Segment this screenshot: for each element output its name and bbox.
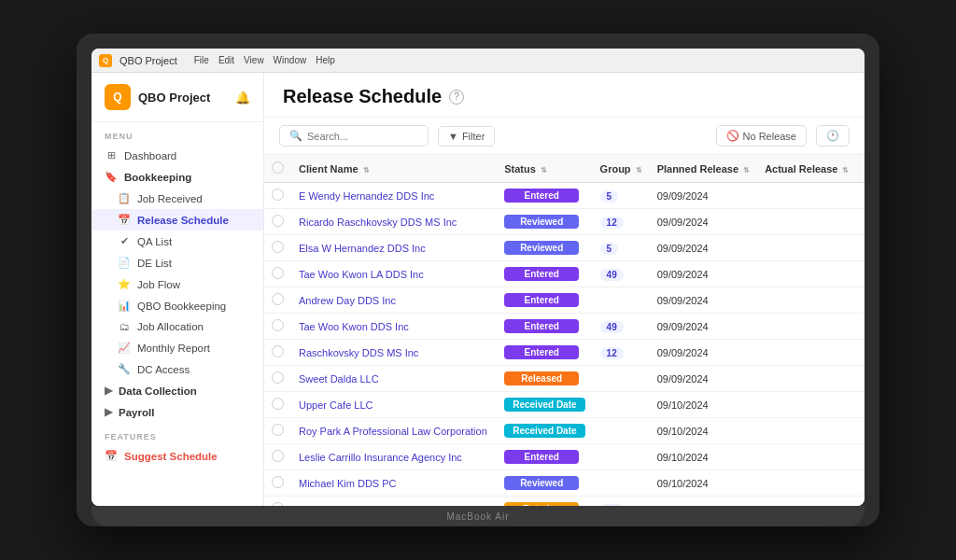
sidebar-item-job-received[interactable]: 📋 Job Received — [91, 188, 263, 209]
client-link[interactable]: Tae Woo Kwon DDS Inc — [299, 321, 409, 332]
cell-no-of-trans: 95 — [856, 183, 865, 209]
row-checkbox[interactable] — [272, 502, 284, 506]
menu-view[interactable]: View — [244, 55, 264, 65]
client-link[interactable]: Raschkovsky DDS MS Inc — [299, 347, 418, 358]
row-checkbox-cell[interactable] — [264, 392, 291, 418]
sidebar-label-dashboard: Dashboard — [124, 150, 176, 161]
row-checkbox-cell[interactable] — [264, 497, 291, 507]
sidebar-item-qa-list[interactable]: ✔ QA List — [91, 231, 263, 252]
client-link[interactable]: E Wendy Hernandez DDS Inc — [299, 190, 434, 202]
clock-button[interactable]: 🕐 — [816, 125, 850, 147]
cell-no-of-trans: 134 — [856, 444, 865, 470]
row-checkbox-cell[interactable] — [264, 235, 291, 261]
row-checkbox[interactable] — [272, 345, 284, 357]
menu-help[interactable]: Help — [316, 55, 335, 65]
sort-status-icon[interactable]: ⇅ — [541, 166, 547, 175]
row-checkbox[interactable] — [272, 189, 284, 201]
row-checkbox[interactable] — [272, 267, 284, 279]
app-icon: Q — [99, 54, 112, 67]
sidebar-group-bookkeeping[interactable]: 🔖 Bookkeeping — [91, 166, 263, 188]
sidebar-group-payroll[interactable]: ▶ Payroll — [91, 401, 263, 423]
row-checkbox-cell[interactable] — [264, 209, 291, 235]
row-checkbox[interactable] — [272, 424, 284, 436]
group-badge: 5 — [600, 190, 619, 203]
sort-group-icon[interactable]: ⇅ — [636, 166, 642, 175]
row-checkbox-cell[interactable] — [264, 470, 291, 497]
no-release-button[interactable]: 🚫 No Release — [716, 125, 807, 147]
sidebar: Q QBO Project 🔔 MENU ⊞ Dashboard 🔖 Bookk… — [91, 73, 264, 506]
help-icon[interactable]: ? — [449, 90, 464, 105]
row-checkbox-cell[interactable] — [264, 261, 291, 287]
search-box[interactable]: 🔍 — [279, 125, 429, 147]
sidebar-group-data-collection[interactable]: ▶ Data Collection — [91, 380, 263, 401]
row-checkbox-cell[interactable] — [264, 444, 291, 470]
client-link[interactable]: Ricardo Raschkovsky DDS MS Inc — [299, 217, 457, 228]
row-checkbox[interactable] — [272, 293, 284, 305]
client-link[interactable]: Yeon Yu Acupuncture Inc — [299, 504, 413, 507]
row-checkbox[interactable] — [272, 476, 284, 488]
sort-planned-icon[interactable]: ⇅ — [743, 166, 750, 175]
job-allocation-icon: 🗂 — [118, 321, 131, 332]
macbook-label: MacBook Air — [446, 511, 509, 522]
cell-no-of-trans — [856, 392, 865, 418]
sort-actual-icon[interactable]: ⇅ — [842, 166, 849, 175]
sidebar-item-job-flow[interactable]: ⭐ Job Flow — [91, 273, 263, 295]
client-link[interactable]: Leslie Carrillo Insurance Agency Inc — [299, 452, 462, 463]
cell-actual-release — [757, 183, 856, 209]
row-checkbox-cell[interactable] — [264, 314, 291, 340]
client-link[interactable]: Roy Park A Professional Law Corporation — [299, 426, 487, 437]
sidebar-section-menu: MENU — [91, 122, 263, 145]
search-icon: 🔍 — [289, 130, 302, 142]
row-checkbox[interactable] — [272, 371, 284, 384]
status-badge: Reviewed — [504, 476, 579, 490]
cell-status: Received Date — [497, 418, 592, 444]
select-all-checkbox[interactable] — [272, 161, 284, 174]
table-row: Upper Cafe LLC Received Date 09/10/2024 … — [264, 392, 865, 418]
row-checkbox[interactable] — [272, 215, 284, 227]
sidebar-item-dc-access[interactable]: 🔧 DC Access — [91, 358, 263, 380]
filter-button[interactable]: ▼ Filter — [438, 126, 495, 147]
sidebar-item-qbo-bookkeeping[interactable]: 📊 QBO Bookkeeping — [91, 295, 263, 316]
sidebar-item-release-schedule[interactable]: 📅 Release Schedule — [91, 209, 263, 231]
row-checkbox-cell[interactable] — [264, 287, 291, 314]
table-row: Leslie Carrillo Insurance Agency Inc Ent… — [264, 444, 865, 470]
row-checkbox-cell[interactable] — [264, 183, 291, 209]
group-badge: 12 — [600, 347, 624, 359]
sidebar-item-job-allocation[interactable]: 🗂 Job Allocation — [91, 316, 263, 337]
cell-group — [593, 287, 650, 314]
client-link[interactable]: Michael Kim DDS PC — [299, 478, 397, 489]
sidebar-item-de-list[interactable]: 📄 DE List — [91, 252, 263, 273]
sidebar-app-name: QBO Project — [138, 91, 210, 105]
cell-no-of-trans: 253 — [856, 470, 865, 497]
client-link[interactable]: Tae Woo Kwon LA DDS Inc — [299, 269, 424, 280]
row-checkbox-cell[interactable] — [264, 418, 291, 444]
row-checkbox-cell[interactable] — [264, 366, 291, 392]
row-checkbox[interactable] — [272, 241, 284, 253]
title-bar-app-name: QBO Project — [120, 55, 177, 66]
cell-actual-release — [757, 366, 856, 392]
cell-status: Entered — [497, 261, 592, 287]
sidebar-label-qbo-bookkeeping: QBO Bookkeeping — [137, 301, 226, 312]
menu-window[interactable]: Window — [274, 55, 307, 65]
menu-file[interactable]: File — [194, 55, 209, 65]
row-checkbox[interactable] — [272, 398, 284, 410]
client-link[interactable]: Andrew Day DDS Inc — [299, 295, 396, 306]
status-badge: Entered — [504, 450, 579, 464]
bell-icon[interactable]: 🔔 — [235, 91, 250, 105]
table-row: Roy Park A Professional Law Corporation … — [264, 418, 865, 444]
select-all-header[interactable] — [264, 155, 291, 183]
client-link[interactable]: Elsa W Hernandez DDS Inc — [299, 243, 426, 254]
sidebar-item-monthly-report[interactable]: 📈 Monthly Report — [91, 337, 263, 358]
bookkeeping-icon: 🔖 — [105, 171, 118, 183]
menu-edit[interactable]: Edit — [218, 55, 234, 65]
row-checkbox[interactable] — [272, 319, 284, 331]
row-checkbox-cell[interactable] — [264, 340, 291, 366]
search-input[interactable] — [307, 131, 418, 142]
client-link[interactable]: Sweet Dalda LLC — [299, 373, 379, 385]
client-link[interactable]: Upper Cafe LLC — [299, 399, 373, 411]
sidebar-item-dashboard[interactable]: ⊞ Dashboard — [91, 145, 263, 166]
sidebar-item-suggest-schedule[interactable]: 📅 Suggest Schedule — [91, 445, 263, 467]
sort-client-name-icon[interactable]: ⇅ — [363, 166, 370, 175]
row-checkbox[interactable] — [272, 450, 284, 462]
cell-planned-release: 09/10/2024 — [650, 444, 758, 470]
